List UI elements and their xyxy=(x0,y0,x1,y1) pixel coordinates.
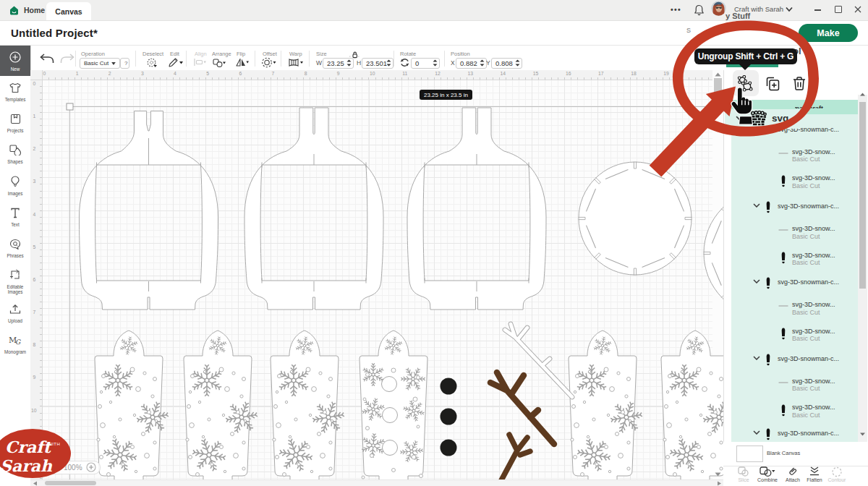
layer-group-row[interactable]: svg-3D-snowman-c... xyxy=(778,430,839,437)
width-input[interactable]: 23.25 xyxy=(323,58,354,69)
arrange-button[interactable] xyxy=(213,59,226,67)
tab-home[interactable]: Home xyxy=(9,4,45,17)
y-position-input[interactable]: 0.808 xyxy=(491,58,522,69)
toolbar-divider xyxy=(393,51,394,67)
sidebar-item-text[interactable]: Text xyxy=(0,203,30,234)
scroll-left-icon[interactable] xyxy=(33,481,38,486)
layer-group-chevron-icon[interactable] xyxy=(753,356,760,360)
tab-canvas[interactable]: Canvas xyxy=(46,2,91,20)
action-attach[interactable]: Attach xyxy=(783,466,803,485)
rotate-input-part: 0 xyxy=(415,59,419,67)
sidebar-item-images[interactable]: Images xyxy=(0,171,30,202)
deselect-button[interactable] xyxy=(147,58,157,67)
layer-group-row[interactable]: svg-3D-snowman-c... xyxy=(778,355,839,362)
lantern-globe-slots-glyph xyxy=(97,163,201,284)
canvas-shape-snowman-panel-glyph xyxy=(413,397,417,401)
scroll-down-icon[interactable] xyxy=(859,432,866,437)
layer-thumb-bulb-glyph-glyph xyxy=(767,202,770,210)
arrange-button-glyph xyxy=(217,62,222,67)
layer-row[interactable]: svg-3D-snow... xyxy=(792,225,835,232)
layer-thumb-bulb-glyph-glyph xyxy=(782,252,786,261)
height-input[interactable]: 23.501 xyxy=(362,58,393,69)
layer-group-chevron-icon-glyph xyxy=(754,431,760,434)
home-label: Home xyxy=(24,6,45,14)
stepper-icon[interactable] xyxy=(515,59,520,67)
canvas-shape-branch-brown-small[interactable] xyxy=(501,435,530,479)
redo-button[interactable] xyxy=(59,54,75,64)
layer-row[interactable]: svg-3D-snow... xyxy=(792,252,835,259)
layer-row[interactable]: svg-3D-snow... xyxy=(792,328,835,335)
layer-row[interactable]: svg-3D-snow... xyxy=(792,378,835,385)
lantern-globe-slots xyxy=(425,154,529,291)
canvas-shape-lantern-globe[interactable] xyxy=(244,108,383,310)
warp-button[interactable] xyxy=(289,59,304,67)
flip-label: Flip xyxy=(237,51,245,57)
canvas-shape-snowman-panel-glyph xyxy=(98,405,102,409)
layer-group-row[interactable]: svg-3D-snowman-c... xyxy=(778,278,839,286)
layer-row[interactable]: svg-3D-snow... xyxy=(792,404,835,411)
layer-row[interactable]: svg-3D-snow... xyxy=(792,174,835,182)
canvas-shape-snowman-panel-glyph xyxy=(189,391,191,393)
canvas-shape-branch-brown-glyph xyxy=(490,372,554,444)
select-caret-icon-glyph xyxy=(111,62,116,65)
sidebar-item-phrases[interactable]: Phrases xyxy=(0,234,30,265)
canvas-shape-snowman-panel[interactable] xyxy=(95,331,172,479)
edit-label: Edit xyxy=(170,51,179,57)
canvas-shape-buttons[interactable] xyxy=(441,378,457,456)
operation-help-button[interactable]: ? xyxy=(120,58,129,69)
x-position-input[interactable]: 0.882 xyxy=(456,58,487,69)
tshirt-icon xyxy=(9,83,21,95)
stepper-icon[interactable] xyxy=(346,59,352,67)
selection-handle[interactable] xyxy=(67,103,73,110)
layer-group-row[interactable]: svg-3D-snowman-c... xyxy=(778,202,839,210)
canvas-horizontal-scrollbar[interactable] xyxy=(30,479,723,486)
canvas-shape-branch-brown[interactable] xyxy=(490,372,554,444)
action-flatten[interactable]: Flatten xyxy=(804,466,825,485)
canvas-shape-snowman-panel[interactable] xyxy=(184,331,261,479)
layer-row[interactable]: svg-3D-snow... xyxy=(792,301,835,308)
canvas-shape-snowman-panel-glyph xyxy=(189,456,192,459)
canvas-shape-snowman-panel-glyph xyxy=(222,414,224,416)
align-button[interactable] xyxy=(194,59,206,66)
stepper-icon[interactable] xyxy=(480,59,485,67)
canvas-shape-snowman-panel-glyph xyxy=(627,467,630,470)
sidebar-item-monogram[interactable]: MG Monogram xyxy=(0,330,30,360)
sidebar-item-templates[interactable]: Templates xyxy=(0,78,30,108)
sidebar-item-editable-images[interactable]: Editable Images xyxy=(0,265,30,295)
canvas-shape-snowman-panel-glyph xyxy=(102,375,106,378)
stepper-icon[interactable] xyxy=(386,59,391,67)
operation-select[interactable]: Basic Cut xyxy=(80,58,120,69)
canvas-shape-snowman-panel-glyph xyxy=(101,423,106,428)
scroll-down-icon[interactable] xyxy=(714,472,722,477)
layer-group-chevron-icon[interactable] xyxy=(753,279,760,284)
undo-button[interactable] xyxy=(39,54,55,64)
scroll-right-icon[interactable] xyxy=(716,481,722,486)
zoom-in-icon[interactable] xyxy=(86,462,96,472)
size-lock-icon[interactable] xyxy=(349,51,360,59)
sidebar-item-projects[interactable]: Projects xyxy=(0,109,30,140)
offset-button[interactable] xyxy=(262,57,276,68)
project-title[interactable]: Untitled Project* xyxy=(11,27,98,39)
flip-button-glyph xyxy=(242,59,245,67)
canvas-shape-lantern-globe[interactable] xyxy=(407,108,546,310)
layer-group-chevron-icon[interactable] xyxy=(753,430,760,435)
layer-group-chevron-icon[interactable] xyxy=(753,203,760,208)
canvas-shape-snowman-panel[interactable] xyxy=(359,331,429,479)
stepper-icon[interactable] xyxy=(433,59,438,67)
deselect-label: Deselect xyxy=(142,51,163,57)
canvas-shape-snowman-panel[interactable] xyxy=(271,331,348,479)
sidebar-item-new[interactable]: New xyxy=(0,46,30,76)
action-contour[interactable]: Contour xyxy=(827,466,847,485)
sidebar-item-shapes[interactable]: Shapes xyxy=(0,140,30,171)
rotate-input[interactable]: 0 xyxy=(411,58,440,69)
canvas-hscroll-thumb[interactable] xyxy=(45,481,96,485)
action-slice[interactable]: Slice xyxy=(733,466,754,485)
x-label: X xyxy=(451,59,455,67)
flip-button[interactable] xyxy=(236,58,249,67)
edit-button[interactable] xyxy=(167,57,183,68)
action-combine[interactable]: Combine xyxy=(757,466,778,485)
rotate-button[interactable] xyxy=(400,58,409,67)
canvas-shape-snowman-panel[interactable] xyxy=(569,331,646,479)
sidebar-item-upload[interactable]: Upload xyxy=(0,299,30,330)
flatten-icon-glyph-glyph xyxy=(811,467,818,470)
